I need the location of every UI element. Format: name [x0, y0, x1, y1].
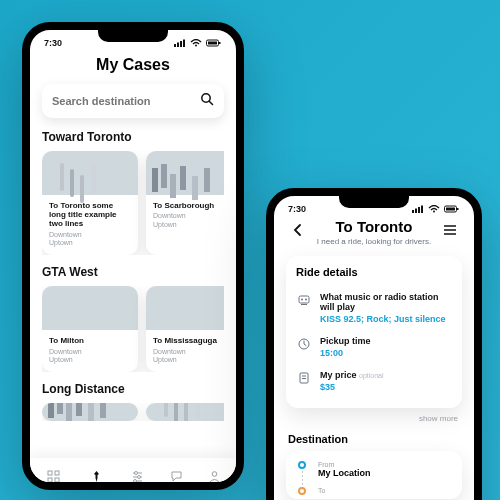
svg-point-33 [301, 299, 303, 301]
card-subtitle: Downtown Uptown [153, 212, 224, 229]
svg-rect-0 [174, 44, 176, 47]
phone-cases: 7:30 My Cases Toward Toronto To Toronto … [22, 22, 244, 490]
tab-cases[interactable]: CASES [86, 470, 106, 491]
notch [339, 196, 409, 208]
svg-rect-27 [446, 208, 455, 211]
card-title: To Milton [49, 336, 131, 345]
section-heading: GTA West [42, 265, 224, 279]
svg-point-17 [137, 475, 140, 478]
card-image [42, 403, 138, 421]
from-value: My Location [318, 468, 371, 478]
wifi-icon [190, 39, 202, 47]
detail-item-pickup[interactable]: Pickup time 15:00 [296, 330, 452, 364]
card-subtitle: Downtown Uptown [49, 348, 131, 365]
section-heading: Long Distance [42, 382, 224, 396]
svg-point-34 [305, 299, 307, 301]
destination-dot-icon [298, 487, 306, 495]
svg-point-15 [134, 471, 137, 474]
svg-point-4 [195, 45, 197, 47]
detail-header: To Toronto I need a ride, looking for dr… [286, 216, 462, 246]
card-row-toronto[interactable]: To Toronto some long title example two l… [42, 151, 224, 255]
tab-label: CASES [86, 485, 106, 491]
svg-rect-6 [208, 42, 217, 45]
notch [98, 30, 168, 42]
item-value: KISS 92.5; Rock; Just silence [320, 314, 452, 324]
svg-point-19 [133, 479, 136, 482]
svg-rect-21 [412, 210, 414, 213]
tab-chat[interactable]: CHAT [168, 470, 184, 491]
status-time: 7:30 [288, 204, 306, 214]
tab-bar: SERVICES CASES RESULTS CHAT PROFILE [30, 458, 236, 490]
tab-label: RESULTS [124, 485, 151, 491]
grid-icon [47, 470, 60, 483]
svg-rect-13 [55, 478, 59, 482]
card-subtitle: Downtown Uptown [49, 231, 131, 248]
wifi-icon [428, 205, 440, 213]
tab-label: CHAT [168, 485, 184, 491]
card-image [42, 286, 138, 330]
card-title: To Mississaguga [153, 336, 224, 345]
search-bar[interactable] [42, 84, 224, 118]
route-connector-icon [302, 471, 303, 485]
status-time: 7:30 [44, 38, 62, 48]
route-from[interactable]: From My Location [296, 461, 452, 487]
detail-item-music[interactable]: What music or radio station will play KI… [296, 286, 452, 330]
route-to[interactable]: To [296, 487, 452, 495]
card-title: To Scarborough [153, 201, 224, 210]
svg-rect-10 [48, 471, 52, 475]
svg-point-20 [212, 471, 217, 476]
detail-title: To Toronto [317, 218, 431, 235]
pin-icon [90, 470, 103, 483]
destination-card[interactable]: To Scarborough Downtown Uptown [146, 151, 224, 255]
card-row-long-distance[interactable] [42, 403, 224, 421]
destination-heading: Destination [288, 433, 460, 445]
svg-rect-1 [177, 43, 179, 48]
battery-icon [444, 205, 460, 213]
show-more-link[interactable]: show more [286, 414, 458, 423]
item-value: $35 [320, 382, 452, 392]
screen-cases: My Cases Toward Toronto To Toronto some … [30, 50, 236, 490]
search-icon[interactable] [200, 92, 214, 110]
svg-rect-24 [421, 206, 423, 214]
screen-ride-detail: To Toronto I need a ride, looking for dr… [274, 216, 474, 500]
destination-card[interactable] [146, 403, 224, 421]
page-title: My Cases [42, 56, 224, 74]
search-input[interactable] [52, 95, 200, 107]
from-label: From [318, 461, 371, 468]
svg-rect-11 [55, 471, 59, 475]
ride-details-panel: Ride details What music or radio station… [286, 256, 462, 408]
destination-card[interactable]: To Toronto some long title example two l… [42, 151, 138, 255]
svg-rect-22 [415, 209, 417, 214]
item-label: What music or radio station will play [320, 292, 452, 312]
item-label: Pickup time [320, 336, 452, 346]
sliders-icon [131, 470, 144, 483]
clock-icon [296, 336, 312, 358]
card-row-gta-west[interactable]: To Milton Downtown Uptown To Mississagug… [42, 286, 224, 372]
tab-services[interactable]: SERVICES [39, 470, 69, 491]
svg-rect-28 [457, 208, 459, 210]
destination-card[interactable]: To Mississaguga Downtown Uptown [146, 286, 224, 372]
card-image [42, 151, 138, 195]
svg-rect-2 [180, 41, 182, 47]
tab-results[interactable]: RESULTS [124, 470, 151, 491]
section-heading: Toward Toronto [42, 130, 224, 144]
detail-subtitle: I need a ride, looking for drivers. [317, 237, 431, 246]
card-image [146, 286, 224, 330]
menu-button[interactable] [442, 222, 458, 242]
destination-card[interactable]: To Milton Downtown Uptown [42, 286, 138, 372]
tab-label: PROFILE [202, 485, 228, 491]
detail-item-price[interactable]: My price optional $35 [296, 364, 452, 398]
phone-ride-detail: 7:30 To Toronto I need a ride, looking f… [266, 188, 482, 500]
svg-rect-12 [48, 478, 52, 482]
card-subtitle: Downtown Uptown [153, 348, 224, 365]
destination-card[interactable] [42, 403, 138, 421]
cell-signal-icon [412, 205, 424, 213]
cell-signal-icon [174, 39, 186, 47]
chat-icon [170, 470, 183, 483]
svg-rect-23 [418, 207, 420, 213]
svg-rect-32 [299, 296, 309, 303]
tab-profile[interactable]: PROFILE [202, 470, 228, 491]
tab-label: SERVICES [39, 485, 69, 491]
back-button[interactable] [290, 222, 306, 242]
battery-icon [206, 39, 222, 47]
